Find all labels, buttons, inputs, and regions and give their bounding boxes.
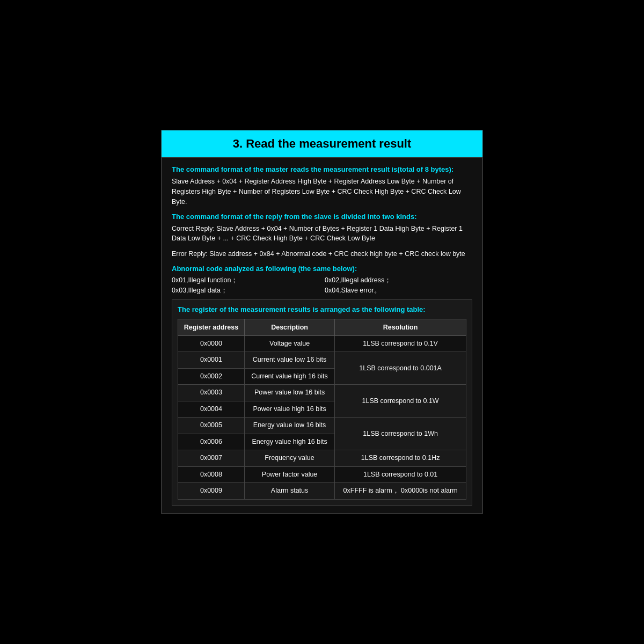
cell-description: Power value low 16 bits — [244, 385, 334, 401]
page-container: 3. Read the measurement result The comma… — [161, 130, 483, 514]
code-0: 0x01,Illegal function； — [172, 276, 319, 285]
cell-address: 0x0009 — [178, 483, 245, 500]
section2-error-reply: Error Reply: Slave address + 0x84 + Abno… — [172, 249, 472, 259]
table-header-row: Register address Description Resolution — [178, 319, 466, 335]
table-section: The register of the measurement results … — [172, 299, 472, 506]
section1: The command format of the master reads t… — [172, 165, 472, 207]
table-row: 0x0008Power factor value1LSB correspond … — [178, 466, 466, 483]
cell-description: Current value low 16 bits — [244, 352, 334, 369]
code-1: 0x02,Illegal address； — [325, 276, 472, 285]
cell-description: Current value high 16 bits — [244, 368, 334, 385]
table-row: 0x0003Power value low 16 bits1LSB corres… — [178, 385, 466, 401]
table-intro: The register of the measurement results … — [178, 305, 466, 313]
cell-description: Power value high 16 bits — [244, 401, 334, 418]
cell-description: Power factor value — [244, 466, 334, 483]
cell-address: 0x0004 — [178, 401, 245, 418]
cell-address: 0x0001 — [178, 352, 245, 369]
table-row: 0x0005Energy value low 16 bits1LSB corre… — [178, 418, 466, 434]
section3-heading: Abnormal code analyzed as following (the… — [172, 265, 472, 273]
cell-description: Energy value high 16 bits — [244, 434, 334, 450]
cell-description: Energy value low 16 bits — [244, 418, 334, 434]
cell-resolution: 1LSB correspond to 0.1W — [335, 385, 466, 418]
table-row: 0x0001Current value low 16 bits1LSB corr… — [178, 352, 466, 369]
section3: Abnormal code analyzed as following (the… — [172, 265, 472, 295]
table-row: 0x0009Alarm status0xFFFF is alarm， 0x000… — [178, 483, 466, 500]
cell-address: 0x0002 — [178, 368, 245, 385]
cell-address: 0x0000 — [178, 335, 245, 352]
cell-description: Voltage value — [244, 335, 334, 352]
cell-address: 0x0008 — [178, 466, 245, 483]
cell-resolution: 1LSB correspond to 0.001A — [335, 352, 466, 385]
abnormal-codes: 0x01,Illegal function； 0x02,Illegal addr… — [172, 276, 472, 295]
register-table: Register address Description Resolution … — [178, 319, 466, 500]
section1-heading: The command format of the master reads t… — [172, 165, 472, 173]
cell-address: 0x0005 — [178, 418, 245, 434]
cell-description: Alarm status — [244, 483, 334, 500]
section2: The command format of the reply from the… — [172, 213, 472, 259]
title-bar: 3. Read the measurement result — [162, 130, 482, 157]
code-3: 0x04,Slave error。 — [325, 286, 472, 295]
cell-resolution: 1LSB correspond to 0.01 — [335, 466, 466, 483]
table-row: 0x0007Frequency value1LSB correspond to … — [178, 450, 466, 467]
col-header-address: Register address — [178, 319, 245, 335]
col-header-description: Description — [244, 319, 334, 335]
cell-address: 0x0003 — [178, 385, 245, 401]
section2-heading: The command format of the reply from the… — [172, 213, 472, 221]
cell-resolution: 0xFFFF is alarm， 0x0000is not alarm — [335, 483, 466, 500]
section1-body: Slave Address + 0x04 + Register Address … — [172, 177, 472, 207]
cell-resolution: 1LSB correspond to 1Wh — [335, 418, 466, 450]
table-row: 0x0000Voltage value1LSB correspond to 0.… — [178, 335, 466, 352]
page-title: 3. Read the measurement result — [172, 137, 472, 151]
section2-correct-reply: Correct Reply: Slave Address + 0x04 + Nu… — [172, 224, 472, 244]
cell-address: 0x0007 — [178, 450, 245, 467]
cell-resolution: 1LSB correspond to 0.1V — [335, 335, 466, 352]
col-header-resolution: Resolution — [335, 319, 466, 335]
code-2: 0x03,Illegal data； — [172, 286, 319, 295]
cell-address: 0x0006 — [178, 434, 245, 450]
content-area: The command format of the master reads t… — [162, 157, 482, 514]
table-body: 0x0000Voltage value1LSB correspond to 0.… — [178, 335, 466, 499]
cell-resolution: 1LSB correspond to 0.1Hz — [335, 450, 466, 467]
cell-description: Frequency value — [244, 450, 334, 467]
